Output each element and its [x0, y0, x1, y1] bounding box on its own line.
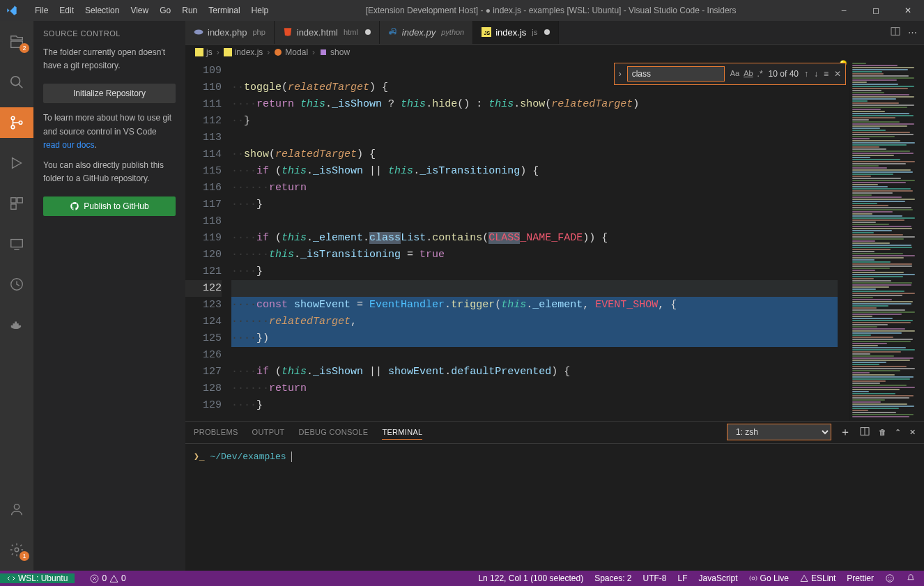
status-feedback-icon[interactable]: [885, 573, 895, 583]
menu-terminal[interactable]: Terminal: [203, 1, 245, 20]
expand-find-icon[interactable]: ›: [619, 69, 622, 79]
svg-point-20: [275, 49, 282, 56]
svg-point-4: [19, 121, 22, 125]
prompt-path: ~/Dev/examples: [210, 452, 286, 462]
terminal-body[interactable]: ❯_ ~/Dev/examples: [185, 444, 924, 571]
tab-lang: html: [344, 28, 358, 36]
remote-indicator[interactable]: WSL: Ubuntu: [0, 573, 75, 583]
activity-extensions-icon[interactable]: [0, 188, 33, 219]
more-actions-icon[interactable]: ⋯: [908, 27, 917, 38]
minimap[interactable]: [849, 60, 924, 421]
chevron-right-icon: ›: [217, 47, 220, 57]
status-language[interactable]: JavaScript: [699, 573, 738, 583]
match-word-icon[interactable]: Ab: [744, 69, 753, 79]
scm-learn-more: To learn more about how to use git and s…: [43, 111, 176, 152]
new-terminal-icon[interactable]: ＋: [840, 425, 851, 440]
menu-go[interactable]: Go: [154, 1, 176, 20]
tab-lang: python: [441, 28, 464, 36]
menu-help[interactable]: Help: [246, 1, 275, 20]
close-button[interactable]: ✕: [892, 0, 924, 21]
breadcrumb-item[interactable]: show: [319, 47, 350, 57]
scm-panel: SOURCE CONTROL The folder currently open…: [33, 21, 185, 571]
activity-explorer-icon[interactable]: 2: [0, 26, 33, 57]
python-file-icon: [388, 27, 398, 37]
kill-terminal-icon[interactable]: 🗑: [879, 428, 886, 436]
minimize-button[interactable]: –: [828, 0, 860, 21]
tab-output[interactable]: OUTPUT: [252, 428, 285, 436]
match-case-icon[interactable]: Aa: [730, 69, 739, 79]
svg-rect-8: [11, 240, 23, 247]
tab-index-js[interactable]: JS index.jsjs: [473, 21, 559, 44]
tab-label: index.html: [297, 27, 338, 38]
tab-index-html[interactable]: index.htmlhtml: [275, 21, 380, 44]
status-problems[interactable]: 0 0: [84, 573, 125, 583]
menu-edit[interactable]: Edit: [54, 1, 79, 20]
breadcrumbs[interactable]: js › index.js › Modal › show: [185, 45, 924, 60]
find-close-icon[interactable]: ✕: [834, 69, 841, 79]
activity-timeline-icon[interactable]: [0, 269, 33, 300]
scm-publish-hint: You can also directly publish this folde…: [43, 159, 176, 185]
status-cursor[interactable]: Ln 122, Col 1 (100 selected): [478, 573, 583, 583]
status-spaces[interactable]: Spaces: 2: [594, 573, 631, 583]
breadcrumb-item[interactable]: index.js: [224, 47, 263, 57]
svg-point-0: [11, 77, 20, 86]
activity-remote-icon[interactable]: [0, 229, 33, 259]
lightbulb-icon[interactable]: 💡: [838, 60, 849, 421]
menu-selection[interactable]: Selection: [79, 1, 125, 20]
find-input[interactable]: [627, 66, 725, 82]
breadcrumb-item[interactable]: js: [195, 47, 213, 57]
find-results-count: 10 of 40: [769, 69, 799, 79]
status-golive[interactable]: Go Live: [749, 573, 789, 583]
activity-account-icon[interactable]: [0, 494, 33, 525]
svg-point-11: [14, 504, 19, 509]
tab-problems[interactable]: PROBLEMS: [194, 428, 238, 436]
menu-file[interactable]: File: [29, 1, 54, 20]
code-content[interactable]: ··toggle(relatedTarget) {····return this…: [231, 60, 838, 421]
status-bell-icon[interactable]: [906, 573, 916, 583]
menu-view[interactable]: View: [125, 1, 154, 20]
tab-index-py[interactable]: index.pypython: [380, 21, 473, 44]
svg-point-29: [888, 577, 889, 578]
scm-title: SOURCE CONTROL: [43, 29, 176, 38]
activity-bar: 2: [0, 21, 33, 571]
editor-area: index.phpphp index.htmlhtml index.pypyth…: [185, 21, 924, 571]
activity-search-icon[interactable]: [0, 67, 33, 98]
maximize-button[interactable]: ◻: [860, 0, 892, 21]
activity-gear-icon[interactable]: 1: [0, 534, 33, 565]
find-prev-icon[interactable]: ↑: [804, 69, 808, 79]
svg-rect-5: [11, 198, 16, 203]
maximize-panel-icon[interactable]: ⌃: [895, 428, 901, 437]
find-next-icon[interactable]: ↓: [814, 69, 818, 79]
svg-line-1: [19, 84, 23, 88]
read-docs-link[interactable]: read our docs: [43, 140, 94, 150]
regex-icon[interactable]: .*: [757, 69, 763, 79]
php-file-icon: [194, 27, 203, 37]
menu-run[interactable]: Run: [176, 1, 203, 20]
svg-point-12: [15, 548, 19, 552]
window-title: [Extension Development Host] - ● index.j…: [274, 6, 828, 15]
tab-terminal[interactable]: TERMINAL: [382, 428, 422, 440]
split-editor-icon[interactable]: [890, 26, 901, 39]
tab-index-php[interactable]: index.phpphp: [185, 21, 275, 44]
publish-github-button[interactable]: Publish to GitHub: [43, 196, 176, 216]
status-eol[interactable]: LF: [678, 573, 688, 583]
activity-docker-icon[interactable]: [0, 309, 33, 340]
menubar: File Edit Selection View Go Run Terminal…: [29, 1, 274, 20]
status-prettier[interactable]: Prettier: [847, 573, 874, 583]
initialize-repo-button[interactable]: Initialize Repository: [43, 84, 176, 103]
find-widget: › Aa Ab .* 10 of 40 ↑ ↓ ≡ ✕: [614, 63, 846, 85]
status-eslint[interactable]: ESLint: [800, 573, 836, 583]
terminal-shell-select[interactable]: 1: zsh: [727, 424, 831, 440]
js-file-icon: JS: [482, 27, 491, 37]
tab-debug-console[interactable]: DEBUG CONSOLE: [299, 428, 369, 436]
activity-scm-icon[interactable]: [0, 107, 33, 138]
html-file-icon: [283, 27, 293, 37]
activity-run-icon[interactable]: [0, 148, 33, 178]
find-selection-icon[interactable]: ≡: [824, 69, 829, 79]
status-encoding[interactable]: UTF-8: [643, 573, 667, 583]
close-panel-icon[interactable]: ✕: [909, 428, 916, 437]
split-terminal-icon[interactable]: [859, 426, 870, 438]
code-editor[interactable]: 1091101111121131141151161171181191201211…: [185, 60, 924, 421]
gear-badge: 1: [20, 551, 29, 561]
breadcrumb-item[interactable]: Modal: [274, 47, 308, 57]
